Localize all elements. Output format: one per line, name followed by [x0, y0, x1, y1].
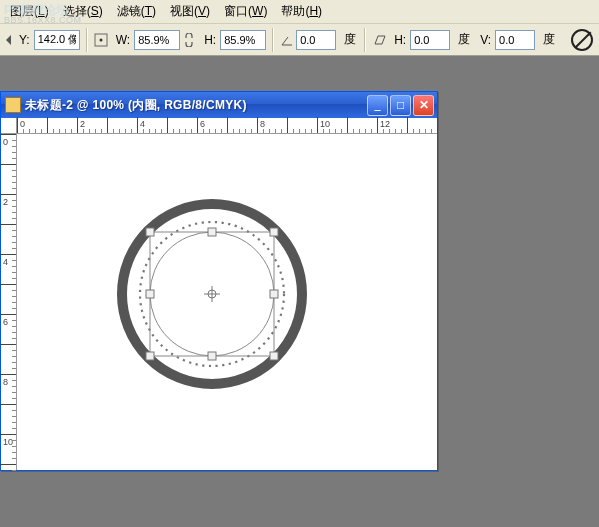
skew-h-label: H: [388, 33, 408, 47]
separator [272, 28, 274, 52]
document-window: 未标题-2 @ 100% (内圈, RGB/8/CMYK) _ □ ✕ 0 2 … [0, 91, 438, 471]
workspace: 未标题-2 @ 100% (内圈, RGB/8/CMYK) _ □ ✕ 0 2 … [0, 56, 599, 527]
triangle-icon [6, 35, 11, 45]
skew-v-label: V: [474, 33, 493, 47]
titlebar[interactable]: 未标题-2 @ 100% (内圈, RGB/8/CMYK) _ □ ✕ [1, 92, 437, 118]
transform-handle-tr[interactable] [270, 228, 278, 236]
transform-handle-bl[interactable] [146, 352, 154, 360]
rotate-unit: 度 [338, 31, 358, 48]
w-label: W: [110, 33, 132, 47]
link-icon[interactable] [182, 33, 196, 47]
cancel-transform-icon[interactable] [571, 29, 593, 51]
skew-v-input[interactable] [495, 30, 535, 50]
ruler-horizontal[interactable]: 0 2 4 6 8 10 12 [17, 118, 437, 134]
y-input[interactable] [34, 30, 80, 50]
transform-handle-bm[interactable] [208, 352, 216, 360]
skew-v-unit: 度 [537, 31, 557, 48]
reference-point-icon[interactable] [94, 33, 108, 47]
svg-point-1 [99, 38, 102, 41]
menu-help[interactable]: 帮助(H) [275, 0, 328, 23]
menu-bar: 图层(L) 选择(S) 滤镜(T) 视图(V) 窗口(W) 帮助(H) [0, 0, 599, 24]
transform-handle-mr[interactable] [270, 290, 278, 298]
rotate-input[interactable] [296, 30, 336, 50]
separator [364, 28, 366, 52]
skew-h-input[interactable] [410, 30, 450, 50]
menu-window[interactable]: 窗口(W) [218, 0, 273, 23]
watermark-2: BBS.16XX8.COM [4, 15, 82, 25]
transform-pivot-icon[interactable] [204, 286, 220, 302]
h-label: H: [198, 33, 218, 47]
ruler-vertical[interactable]: 0 2 4 6 8 10 [1, 134, 17, 470]
w-input[interactable] [134, 30, 180, 50]
menu-view[interactable]: 视图(V) [164, 0, 216, 23]
menu-filter[interactable]: 滤镜(T) [111, 0, 162, 23]
h-input[interactable] [220, 30, 266, 50]
canvas[interactable] [17, 134, 437, 470]
minimize-button[interactable]: _ [367, 95, 388, 116]
artwork [17, 134, 437, 470]
transform-handle-tl[interactable] [146, 228, 154, 236]
document-icon [5, 97, 21, 113]
angle-icon [280, 33, 294, 47]
transform-handle-tm[interactable] [208, 228, 216, 236]
separator [86, 28, 88, 52]
ruler-corner[interactable] [1, 118, 17, 134]
skew-h-unit: 度 [452, 31, 472, 48]
transform-handle-ml[interactable] [146, 290, 154, 298]
options-bar: Y: W: H: 度 H: 度 V: 度 [0, 24, 599, 56]
skew-icon [372, 33, 386, 47]
y-label: Y: [13, 33, 32, 47]
maximize-button[interactable]: □ [390, 95, 411, 116]
transform-handle-br[interactable] [270, 352, 278, 360]
document-title: 未标题-2 @ 100% (内圈, RGB/8/CMYK) [25, 97, 367, 114]
close-button[interactable]: ✕ [413, 95, 434, 116]
